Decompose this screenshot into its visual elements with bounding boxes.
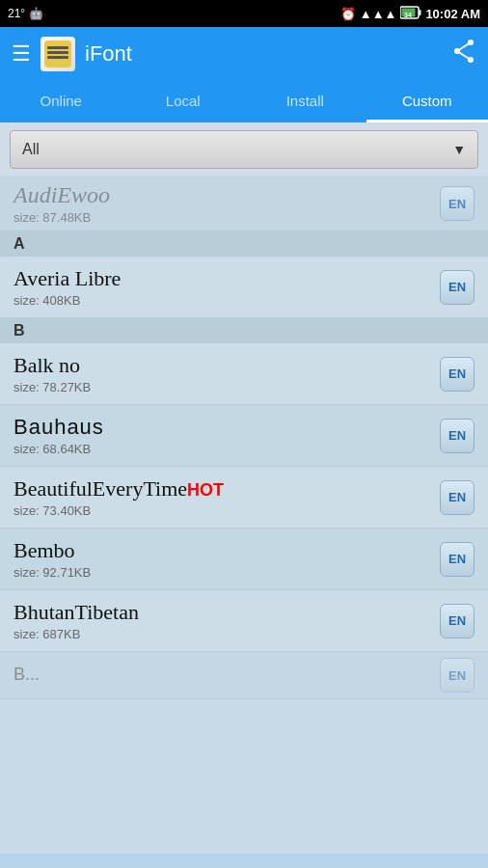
- top-bar: ☰ iFont: [0, 27, 488, 81]
- tab-custom[interactable]: Custom: [366, 81, 489, 121]
- svg-line-11: [457, 42, 471, 51]
- dropdown-selected: All: [22, 141, 40, 158]
- en-badge[interactable]: EN: [440, 419, 474, 453]
- font-item-beautiful[interactable]: BeautifulEveryTimeHOT size: 73.40KB EN: [0, 467, 488, 529]
- temperature: 21°: [8, 7, 25, 20]
- en-badge[interactable]: EN: [440, 658, 474, 692]
- dropdown-arrow-icon: ▼: [452, 142, 466, 157]
- font-name: Bauhaus: [14, 415, 440, 440]
- font-item-partial-bottom[interactable]: B... EN: [0, 652, 488, 699]
- en-badge[interactable]: EN: [440, 604, 474, 638]
- top-bar-left: ☰ iFont: [12, 37, 132, 71]
- font-item-bhutan[interactable]: BhutanTibetan size: 687KB EN: [0, 590, 488, 652]
- font-size: size: 92.71KB: [14, 565, 440, 580]
- font-info: Bauhaus size: 68.64KB: [14, 415, 440, 456]
- svg-rect-1: [420, 10, 421, 15]
- en-badge[interactable]: EN: [440, 357, 474, 392]
- tab-online[interactable]: Online: [0, 81, 122, 121]
- tabs: Online Local Install Custom: [0, 81, 488, 122]
- en-badge[interactable]: EN: [440, 480, 474, 515]
- language-dropdown[interactable]: All ▼: [10, 130, 478, 169]
- time: 10:02 AM: [425, 7, 480, 21]
- font-name-text: BeautifulEveryTime: [14, 476, 187, 501]
- font-info: AudiEwoo size: 87.48KB: [14, 182, 440, 225]
- font-info: Averia Libre size: 408KB: [14, 266, 440, 308]
- share-icon[interactable]: [451, 39, 476, 69]
- en-badge[interactable]: EN: [440, 542, 474, 577]
- font-name: Bembo: [14, 538, 440, 563]
- font-size: size: 687KB: [14, 627, 440, 641]
- menu-icon[interactable]: ☰: [12, 41, 31, 67]
- section-header-b: B: [0, 318, 488, 343]
- font-name: Balk no: [14, 353, 440, 378]
- font-size: size: 68.64KB: [14, 442, 440, 456]
- font-name: AudiEwoo: [14, 182, 440, 208]
- signal-icon: ▲▲▲: [360, 7, 397, 21]
- dropdown-area: All ▼: [0, 122, 488, 176]
- font-name: Averia Libre: [14, 266, 440, 291]
- font-info: Bembo size: 92.71KB: [14, 538, 440, 580]
- status-left: 21° 🤖: [8, 7, 43, 20]
- font-size: size: 78.27KB: [14, 380, 440, 394]
- alarm-icon: ⏰: [340, 7, 356, 21]
- font-hot-badge: HOT: [187, 480, 224, 500]
- status-bar: 21° 🤖 ⏰ ▲▲▲ 34 10:02 AM: [0, 0, 488, 27]
- svg-rect-7: [47, 56, 68, 59]
- en-badge[interactable]: EN: [440, 270, 474, 305]
- app-title: iFont: [85, 41, 132, 67]
- tab-install[interactable]: Install: [244, 81, 366, 121]
- battery: 34: [400, 6, 421, 22]
- font-size: size: 87.48KB: [14, 210, 440, 225]
- font-info: Balk no size: 78.27KB: [14, 353, 440, 394]
- status-right: ⏰ ▲▲▲ 34 10:02 AM: [340, 6, 480, 22]
- svg-rect-5: [47, 46, 68, 49]
- font-name: B...: [14, 665, 440, 685]
- font-size: size: 73.40KB: [14, 503, 440, 518]
- android-icon: 🤖: [29, 7, 43, 20]
- font-item-averia[interactable]: Averia Libre size: 408KB EN: [0, 257, 488, 318]
- font-name: BhutanTibetan: [14, 600, 440, 625]
- section-header-a: A: [0, 231, 488, 257]
- svg-text:34: 34: [404, 11, 412, 17]
- app-icon: [41, 37, 75, 71]
- font-info: BhutanTibetan size: 687KB: [14, 600, 440, 641]
- svg-rect-6: [47, 51, 68, 54]
- font-item-balkno[interactable]: Balk no size: 78.27KB EN: [0, 343, 488, 405]
- en-badge[interactable]: EN: [440, 186, 474, 221]
- svg-line-12: [457, 51, 471, 60]
- font-item-bembo[interactable]: Bembo size: 92.71KB EN: [0, 529, 488, 590]
- font-list: AudiEwoo size: 87.48KB EN A Averia Libre…: [0, 176, 488, 854]
- font-size: size: 408KB: [14, 293, 440, 308]
- font-info: B...: [14, 665, 440, 687]
- font-item-partial-top[interactable]: AudiEwoo size: 87.48KB EN: [0, 176, 488, 231]
- font-info: BeautifulEveryTimeHOT size: 73.40KB: [14, 476, 440, 518]
- tab-local[interactable]: Local: [122, 81, 245, 121]
- font-item-bauhaus[interactable]: Bauhaus size: 68.64KB EN: [0, 405, 488, 467]
- font-name: BeautifulEveryTimeHOT: [14, 476, 440, 502]
